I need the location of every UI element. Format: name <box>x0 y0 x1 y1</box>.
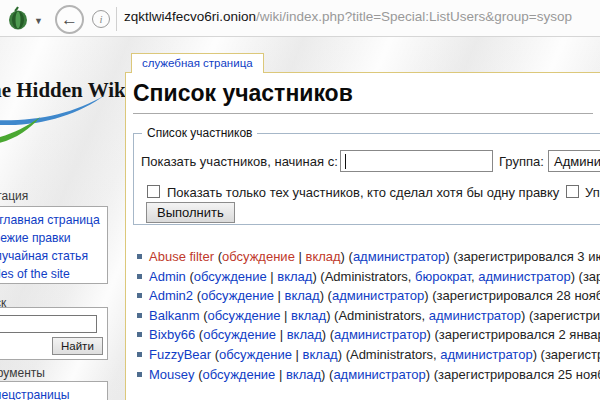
link[interactable]: вклад <box>287 327 322 342</box>
row-text: ) (заре <box>571 269 600 284</box>
link[interactable]: администратор <box>333 367 425 382</box>
screen: ▼ ← i zqktlwi4fecvo6ri.onion/wiki/index.… <box>0 0 600 400</box>
link[interactable]: администратор <box>353 249 445 264</box>
search-input[interactable] <box>0 315 97 333</box>
row-text: ( <box>193 288 201 303</box>
row-text: ) (Administrators, <box>326 308 429 323</box>
link[interactable]: обсуждение <box>194 269 267 284</box>
row-text: ) ( <box>341 249 353 264</box>
search-find-button[interactable]: Найти <box>52 337 103 355</box>
link[interactable]: Mousey <box>149 367 195 382</box>
link[interactable]: вклад <box>291 308 326 323</box>
user-row: FuzzyBear (обсуждение | вклад) (Administ… <box>137 345 600 365</box>
row-text: | <box>292 347 303 362</box>
link[interactable]: FuzzyBear <box>149 347 211 362</box>
link[interactable]: обсуждение <box>201 288 274 303</box>
bullet-icon <box>137 254 142 259</box>
row-text: ) (зарегистрировался 25 ноябр <box>426 367 600 382</box>
user-row: Abuse filter (обсуждение | вклад) (админ… <box>137 247 600 267</box>
link[interactable]: администратор <box>429 308 521 323</box>
row-text: ) (Administrators, <box>312 269 415 284</box>
logo-swoosh-icon <box>0 93 110 148</box>
row-text: ( <box>214 249 222 264</box>
link[interactable]: вклад <box>303 347 338 362</box>
start-user-input[interactable] <box>340 150 493 172</box>
user-list: Abuse filter (обсуждение | вклад) (админ… <box>137 247 600 384</box>
fieldset-legend: Список участников <box>142 126 257 140</box>
row-text: ) (Administrators, <box>338 347 441 362</box>
info-icon[interactable]: i <box>92 10 110 28</box>
user-row: Admin2 (обсуждение | вклад) (администрат… <box>137 286 600 306</box>
link[interactable]: обсуждение <box>208 308 281 323</box>
sidebar-item-main-page[interactable]: Заглавная страница <box>0 213 100 227</box>
sidebar-item-random-article[interactable]: Случайная статья <box>0 249 88 263</box>
sidebar-heading-navigation: навигация <box>0 189 28 203</box>
link[interactable]: обсуждение <box>219 347 292 362</box>
link[interactable]: администратор <box>334 327 426 342</box>
sidebar-heading-tools: инструменты <box>0 366 45 380</box>
user-row: Admin (обсуждение | вклад) (Administrato… <box>137 267 600 287</box>
bullet-icon <box>137 352 142 357</box>
row-text: ( <box>195 327 203 342</box>
sort-by-creation-label: Упорядочить по дате регистрации <box>585 185 600 200</box>
sidebar-item-special-pages[interactable]: Спецстраницы <box>0 388 70 400</box>
onion-glyph <box>6 4 30 32</box>
link[interactable]: вклад <box>277 269 312 284</box>
link[interactable]: администратор <box>332 288 424 303</box>
link[interactable]: администратор <box>478 269 570 284</box>
divider <box>116 7 117 31</box>
sidebar-heading-search: Поиск <box>0 296 6 310</box>
submit-button[interactable]: Выполнить <box>146 202 235 223</box>
bullet-icon <box>137 313 142 318</box>
link[interactable]: Balkanm <box>149 308 200 323</box>
row-text: ) (зарегистрировался 3 июл <box>445 249 600 264</box>
group-select[interactable]: Администраторы <box>548 150 600 172</box>
sidebar-item-recent-changes[interactable]: Свежие правки <box>0 231 71 245</box>
sidebar-tools-box: Спецстраницы <box>0 381 108 400</box>
row-text: | <box>276 327 287 342</box>
back-button[interactable]: ← <box>55 5 84 34</box>
onion-menu-icon[interactable]: ▼ <box>6 4 42 32</box>
tab-special-page[interactable]: служебная страница <box>131 53 264 73</box>
row-text: ) (зарегистрир <box>521 308 600 323</box>
sidebar-nav-box: Заглавная страница Свежие правки Случайн… <box>0 206 108 284</box>
user-row: Balkanm (обсуждение | вклад) (Administra… <box>137 306 600 326</box>
row-text: | <box>267 269 278 284</box>
edits-only-label: Показать только тех участников, кто сдел… <box>167 185 559 200</box>
text-caret <box>345 154 346 169</box>
link[interactable]: вклад <box>285 288 320 303</box>
link[interactable]: администратор <box>440 347 532 362</box>
row-text: ) (зарегистрировался 28 ноябр <box>424 288 600 303</box>
user-row: Bixby66 (обсуждение | вклад) (администра… <box>137 325 600 345</box>
link[interactable]: вклад <box>286 367 321 382</box>
link[interactable]: обсуждение <box>202 367 275 382</box>
sidebar-item-all-articles[interactable]: All articles of the site <box>0 267 70 281</box>
list-users-fieldset: Список участников Показать участников, н… <box>133 133 600 225</box>
edits-only-checkbox[interactable] <box>147 185 160 198</box>
url-path: /wiki/index.php?title=Special:ListUsers&… <box>256 9 572 24</box>
link[interactable]: обсуждение <box>203 327 276 342</box>
row-text: ( <box>200 308 208 323</box>
bullet-icon <box>137 274 142 279</box>
bullet-icon <box>137 332 142 337</box>
link[interactable]: бюрократ <box>415 269 471 284</box>
bullet-icon <box>137 293 142 298</box>
group-label: Группа: <box>499 154 544 169</box>
row-text: ) ( <box>322 327 334 342</box>
row-text: | <box>274 288 285 303</box>
row-text: | <box>275 367 286 382</box>
link[interactable]: Bixby66 <box>149 327 195 342</box>
link[interactable]: Admin2 <box>149 288 193 303</box>
row-text: ) ( <box>321 367 333 382</box>
address-bar[interactable]: zqktlwi4fecvo6ri.onion/wiki/index.php?ti… <box>124 9 572 24</box>
page-title: Список участников <box>133 80 593 114</box>
bullet-icon <box>137 372 142 377</box>
row-text: ) ( <box>320 288 332 303</box>
row-text: ) (зарегистри <box>533 347 600 362</box>
red-link[interactable]: Abuse filter <box>149 249 214 264</box>
start-user-label: Показать участников, начиная с: <box>141 154 338 169</box>
link[interactable]: Admin <box>149 269 186 284</box>
red-link[interactable]: вклад <box>305 249 340 264</box>
red-link[interactable]: обсуждение <box>222 249 295 264</box>
sort-by-creation-checkbox[interactable] <box>566 185 579 198</box>
